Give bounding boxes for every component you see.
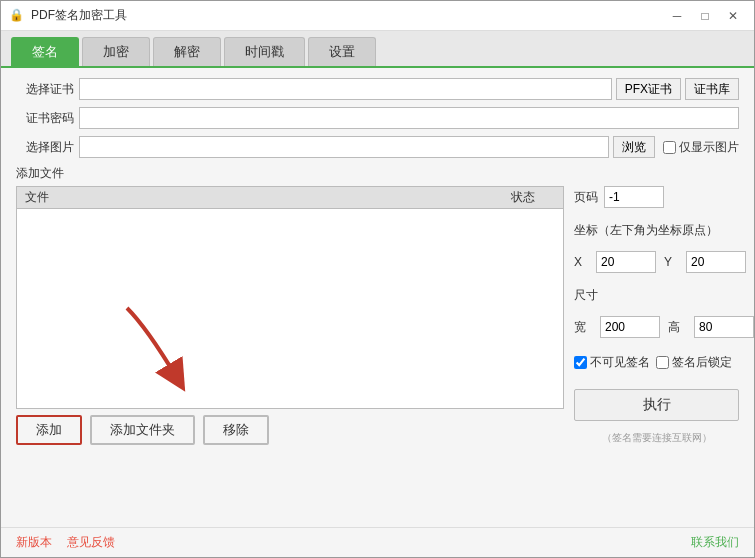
- coord-row: X Y: [574, 251, 739, 273]
- show-image-only-text: 仅显示图片: [679, 139, 739, 156]
- cert-label: 选择证书: [16, 81, 74, 98]
- main-content: 选择证书 PFX证书 证书库 证书密码 选择图片 浏览 仅显示图片 添加文件 文…: [1, 68, 754, 527]
- footer: 新版本 意见反馈 联系我们: [1, 527, 754, 557]
- lock-after-sign-checkbox[interactable]: [656, 356, 669, 369]
- y-label: Y: [664, 255, 672, 269]
- invisible-sign-label[interactable]: 不可见签名: [574, 354, 650, 371]
- size-row: 宽 高: [574, 316, 739, 338]
- lock-after-sign-label[interactable]: 签名后锁定: [656, 354, 732, 371]
- tabs-bar: 签名 加密 解密 时间戳 设置: [1, 31, 754, 68]
- width-input[interactable]: [600, 316, 660, 338]
- page-input[interactable]: [604, 186, 664, 208]
- check-row: 不可见签名 签名后锁定: [574, 354, 739, 371]
- pwd-input[interactable]: [79, 107, 739, 129]
- height-input[interactable]: [694, 316, 754, 338]
- close-button[interactable]: ✕: [720, 5, 746, 27]
- right-panel: 页码 坐标（左下角为坐标原点） X Y 尺寸 宽 高: [574, 186, 739, 445]
- show-image-only-checkbox[interactable]: [663, 141, 676, 154]
- contact-link[interactable]: 联系我们: [691, 534, 739, 551]
- maximize-button[interactable]: □: [692, 5, 718, 27]
- minimize-button[interactable]: ─: [664, 5, 690, 27]
- tab-settings[interactable]: 设置: [308, 37, 376, 66]
- y-input[interactable]: [686, 251, 746, 273]
- x-input[interactable]: [596, 251, 656, 273]
- add-files-label: 添加文件: [16, 165, 739, 182]
- lock-after-sign-text: 签名后锁定: [672, 354, 732, 371]
- file-table-body: [16, 208, 564, 409]
- cert-store-button[interactable]: 证书库: [685, 78, 739, 100]
- tab-decrypt[interactable]: 解密: [153, 37, 221, 66]
- new-version-link[interactable]: 新版本: [16, 534, 52, 551]
- arrow-indicator: [97, 288, 227, 398]
- coord-title: 坐标（左下角为坐标原点）: [574, 222, 739, 239]
- add-button[interactable]: 添加: [16, 415, 82, 445]
- app-icon: 🔒: [9, 8, 25, 24]
- img-input[interactable]: [79, 136, 609, 158]
- file-table-container: 文件 状态 添加 添加文件夹: [16, 186, 564, 445]
- footer-left: 新版本 意见反馈: [16, 534, 115, 551]
- cert-input[interactable]: [79, 78, 612, 100]
- size-title: 尺寸: [574, 287, 739, 304]
- invisible-sign-text: 不可见签名: [590, 354, 650, 371]
- pwd-label: 证书密码: [16, 110, 74, 127]
- page-row: 页码: [574, 186, 739, 208]
- img-label: 选择图片: [16, 139, 74, 156]
- show-image-only-label[interactable]: 仅显示图片: [663, 139, 739, 156]
- feedback-link[interactable]: 意见反馈: [67, 534, 115, 551]
- file-table-header: 文件 状态: [16, 186, 564, 208]
- titlebar: 🔒 PDF签名加密工具 ─ □ ✕: [1, 1, 754, 31]
- window-title: PDF签名加密工具: [31, 7, 664, 24]
- file-col-header: 文件: [17, 189, 483, 206]
- file-table-buttons: 添加 添加文件夹 移除: [16, 415, 564, 445]
- main-window: 🔒 PDF签名加密工具 ─ □ ✕ 签名 加密 解密 时间戳 设置 沃通 WoT…: [0, 0, 755, 558]
- height-label: 高: [668, 319, 680, 336]
- window-controls: ─ □ ✕: [664, 5, 746, 27]
- tab-sign[interactable]: 签名: [11, 37, 79, 66]
- main-area: 文件 状态 添加 添加文件夹: [16, 186, 739, 445]
- width-label: 宽: [574, 319, 586, 336]
- pfx-cert-button[interactable]: PFX证书: [616, 78, 681, 100]
- remove-button[interactable]: 移除: [203, 415, 269, 445]
- add-folder-button[interactable]: 添加文件夹: [90, 415, 195, 445]
- img-row: 选择图片 浏览 仅显示图片: [16, 136, 739, 158]
- exec-note: （签名需要连接互联网）: [574, 431, 739, 445]
- status-col-header: 状态: [483, 189, 563, 206]
- x-label: X: [574, 255, 582, 269]
- pwd-row: 证书密码: [16, 107, 739, 129]
- tab-timestamp[interactable]: 时间戳: [224, 37, 305, 66]
- exec-button[interactable]: 执行: [574, 389, 739, 421]
- invisible-sign-checkbox[interactable]: [574, 356, 587, 369]
- cert-row: 选择证书 PFX证书 证书库: [16, 78, 739, 100]
- browse-button[interactable]: 浏览: [613, 136, 655, 158]
- page-label: 页码: [574, 189, 598, 206]
- tab-encrypt[interactable]: 加密: [82, 37, 150, 66]
